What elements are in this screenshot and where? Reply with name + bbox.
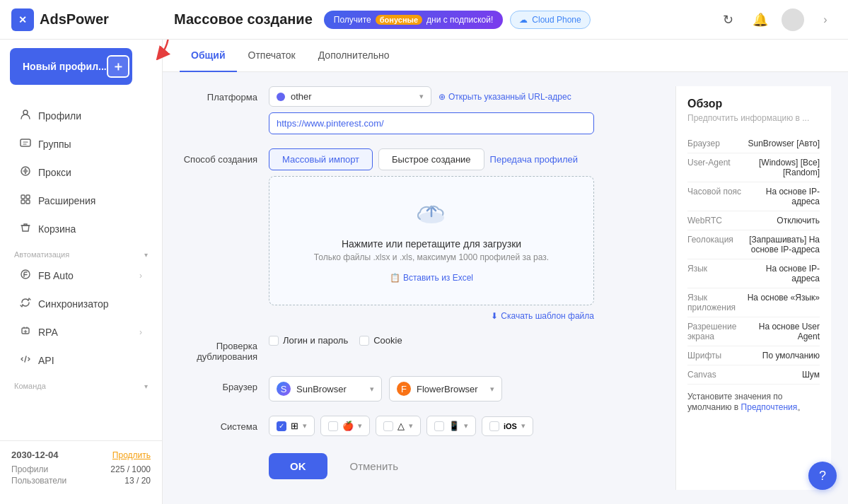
expiry-date: 2030-12-04 bbox=[11, 450, 59, 460]
tab-general[interactable]: Общий bbox=[180, 40, 237, 72]
action-row: OK Отменить bbox=[180, 450, 661, 479]
sidebar-item-fb-auto[interactable]: FB Auto › bbox=[6, 262, 156, 289]
rpa-label: RPA bbox=[38, 327, 58, 338]
promo-banner[interactable]: Получите бонусные дни с подпиской! bbox=[324, 11, 504, 29]
overview-webrtc-val: Отключить bbox=[777, 216, 820, 225]
flower-browser-icon: F bbox=[397, 382, 411, 396]
svg-rect-6 bbox=[26, 200, 30, 204]
quick-create-button[interactable]: Быстрое создание bbox=[378, 148, 484, 170]
renew-button[interactable]: Продлить bbox=[112, 450, 151, 460]
android-checkbox[interactable] bbox=[434, 421, 444, 431]
download-template-link[interactable]: ⬇ Скачать шаблон файла bbox=[269, 311, 594, 321]
download-template-label: Скачать шаблон файла bbox=[501, 311, 594, 321]
overview-browser-row: Браузер SunBrowser [Авто] bbox=[687, 134, 820, 153]
apple-icon: 🍎 bbox=[342, 421, 354, 431]
svg-rect-3 bbox=[21, 195, 25, 199]
flower-browser-chevron: ▾ bbox=[490, 385, 494, 394]
team-label: Команда bbox=[14, 382, 46, 390]
creation-method-controls: Массовый импорт Быстрое создание Передач… bbox=[269, 148, 661, 321]
sidebar-item-extensions[interactable]: Расширения bbox=[6, 187, 156, 214]
android-icon: 📱 bbox=[448, 421, 460, 431]
linux-checkbox[interactable] bbox=[383, 421, 393, 431]
open-url-toggle[interactable]: ⊕ Открыть указанный URL-адрес bbox=[438, 92, 571, 102]
overview-applang-val: На основе «Язык» bbox=[748, 293, 820, 303]
dedup-login-pass[interactable]: Логин и пароль bbox=[269, 335, 348, 346]
sidebar-item-rpa[interactable]: RPA › bbox=[6, 319, 156, 346]
sidebar-item-api[interactable]: API bbox=[6, 347, 156, 374]
overview-useragent-key: User-Agent bbox=[687, 158, 731, 168]
logo-area: ✕ AdsPower bbox=[11, 8, 174, 31]
form-main: Платформа other ▾ ⊕ Открыть указанный UR… bbox=[180, 86, 661, 490]
sun-browser-dropdown[interactable]: S SunBrowser ▾ bbox=[269, 376, 382, 402]
set-defaults-text: Установите значения по умолчанию в Предп… bbox=[687, 392, 820, 414]
cookie-label: Cookie bbox=[373, 335, 402, 346]
overview-panel: Обзор Предпочтить информацию в ... Брауз… bbox=[675, 86, 831, 490]
flower-browser-dropdown[interactable]: F FlowerBrowser ▾ bbox=[389, 376, 502, 402]
sidebar-item-trash[interactable]: Корзина bbox=[6, 216, 156, 242]
dedup-controls: Логин и пароль Cookie bbox=[269, 335, 661, 346]
bulk-import-button[interactable]: Массовый импорт bbox=[269, 148, 373, 170]
windows-icon: ⊞ bbox=[291, 421, 298, 431]
cloud-phone-button[interactable]: ☁ Cloud Phone bbox=[510, 11, 590, 29]
sidebar-item-proxy[interactable]: Прокси bbox=[6, 159, 156, 186]
tabs-bar: Общий Отпечаток Дополнительно bbox=[163, 40, 848, 72]
system-windows[interactable]: ✓ ⊞ ▾ bbox=[269, 416, 315, 436]
profiles-stat-row: Профили 225 / 1000 bbox=[11, 464, 151, 474]
groups-icon bbox=[20, 137, 31, 151]
ios-checkbox[interactable] bbox=[489, 421, 499, 431]
tab-fingerprint[interactable]: Отпечаток bbox=[237, 40, 307, 72]
dedup-cookie[interactable]: Cookie bbox=[359, 335, 402, 346]
apple-checkbox[interactable] bbox=[328, 421, 338, 431]
preferences-link[interactable]: Предпочтения bbox=[741, 402, 798, 412]
support-fab[interactable]: ? bbox=[808, 462, 837, 490]
upload-area[interactable]: Нажмите или перетащите для загрузки Толь… bbox=[269, 176, 594, 305]
system-android[interactable]: 📱 ▾ bbox=[426, 416, 476, 436]
system-ios[interactable]: iOS ▾ bbox=[482, 416, 533, 436]
paste-excel-button[interactable]: 📋 Вставить из Excel bbox=[390, 273, 473, 283]
sidebar-item-groups[interactable]: Группы bbox=[6, 131, 156, 158]
profiles-icon bbox=[20, 109, 31, 123]
avatar[interactable] bbox=[782, 8, 804, 31]
login-pass-checkbox[interactable] bbox=[269, 336, 279, 346]
ok-button[interactable]: OK bbox=[269, 453, 327, 479]
overview-applang-key: Язык приложения bbox=[687, 293, 744, 312]
new-profile-label: Новый профил... bbox=[23, 61, 107, 72]
system-linux[interactable]: △ ▾ bbox=[376, 416, 421, 436]
trash-icon bbox=[20, 222, 31, 236]
automation-section: Автоматизация ▾ bbox=[0, 243, 162, 262]
overview-resolution-val: На основе User Agent bbox=[744, 322, 820, 341]
trash-label: Корзина bbox=[38, 223, 76, 235]
overview-geo-key: Геолокация bbox=[687, 235, 733, 245]
overview-webrtc-key: WebRTC bbox=[687, 216, 722, 225]
overview-canvas-row: Canvas Шум bbox=[687, 365, 820, 385]
overview-useragent-val: [Windows] [Все] [Random] bbox=[742, 158, 820, 177]
paste-icon: 📋 bbox=[390, 273, 400, 283]
system-apple[interactable]: 🍎 ▾ bbox=[320, 416, 370, 436]
sidebar-item-sync[interactable]: Синхронизатор bbox=[6, 291, 156, 317]
chevron-right-icon[interactable]: › bbox=[814, 8, 837, 31]
cookie-checkbox[interactable] bbox=[359, 336, 369, 346]
windows-checkbox[interactable]: ✓ bbox=[277, 421, 286, 431]
new-profile-button[interactable]: Новый профил... ＋ bbox=[10, 48, 132, 85]
sidebar-item-profiles[interactable]: Профили bbox=[6, 102, 156, 129]
transfer-profiles-link[interactable]: Передача профилей bbox=[490, 154, 578, 165]
ios-label: iOS bbox=[504, 422, 517, 430]
sync-icon bbox=[20, 297, 31, 311]
browser-label: Браузер bbox=[180, 376, 257, 392]
overview-geo-val: [Запрашивать] На основе IP-адреса bbox=[742, 235, 820, 254]
system-label: Система bbox=[180, 416, 257, 432]
svg-rect-4 bbox=[26, 195, 30, 199]
refresh-icon[interactable]: ↻ bbox=[716, 8, 739, 31]
header-icons: ↻ 🔔 › bbox=[716, 8, 837, 31]
overview-timezone-val: На основе IP-адреса bbox=[742, 187, 820, 206]
api-icon bbox=[20, 353, 31, 368]
overview-title: Обзор bbox=[687, 98, 820, 110]
tab-advanced[interactable]: Дополнительно bbox=[307, 40, 401, 72]
url-input[interactable] bbox=[269, 112, 594, 134]
form-content: Платформа other ▾ ⊕ Открыть указанный UR… bbox=[163, 72, 848, 504]
download-icon: ⬇ bbox=[491, 311, 498, 321]
platform-dropdown[interactable]: other ▾ bbox=[269, 86, 431, 107]
bell-icon[interactable]: 🔔 bbox=[749, 8, 772, 31]
overview-timezone-key: Часовой пояс bbox=[687, 187, 741, 197]
cancel-button[interactable]: Отменить bbox=[336, 453, 413, 479]
